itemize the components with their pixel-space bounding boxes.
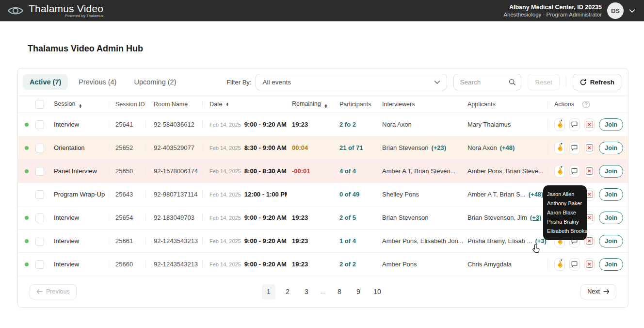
page-number[interactable]: 2 <box>281 284 294 299</box>
sessions-card: Active (7) Previous (4) Upcoming (2) Fil… <box>17 68 628 308</box>
applicants-cell: Amber A T, Brian S...(+48) <box>463 191 547 198</box>
row-checkbox[interactable] <box>35 190 44 199</box>
tab-previous[interactable]: Previous (4) <box>72 74 123 90</box>
tab-upcoming[interactable]: Upcoming (2) <box>127 74 183 90</box>
session-id: 25641 <box>109 121 145 128</box>
column-header-applicants: Applicants <box>463 101 547 108</box>
remaining-time: 00:04 <box>287 144 335 151</box>
cancel-session-button[interactable]: ✕ <box>584 118 595 131</box>
account-chevron-down-icon[interactable] <box>629 9 635 13</box>
page-number[interactable]: 3 <box>300 284 313 299</box>
column-header-session-id: Session ID <box>109 101 145 108</box>
tooltip-name: Prisha Brainy <box>547 217 583 227</box>
join-button[interactable]: Join <box>599 165 623 178</box>
session-id: 25654 <box>109 214 145 221</box>
join-button[interactable]: Join <box>599 118 623 131</box>
row-checkbox[interactable] <box>35 120 44 129</box>
spark-icon: * <box>561 259 563 264</box>
applicants-more-link-hovered[interactable]: (+3) <box>530 214 541 221</box>
actions-cell: ☝* ✕ Join <box>547 258 628 271</box>
room-name: 92-1243543213 <box>145 237 202 245</box>
session-name: Interview <box>53 214 109 221</box>
avatar[interactable]: DS <box>607 2 624 19</box>
join-button[interactable]: Join <box>599 258 623 271</box>
refresh-button[interactable]: Refresh <box>573 74 621 90</box>
table-row: Orientation 25652 92-403529077 Feb 14, 2… <box>18 136 628 160</box>
org-name: Albany Medical Center, ID 20235 <box>503 4 602 11</box>
join-button[interactable]: Join <box>599 142 623 154</box>
row-checkbox[interactable] <box>35 260 44 269</box>
raise-hand-button[interactable]: ☝* <box>554 165 565 178</box>
date-cell: Feb 14, 20259:00 - 9:20 AM <box>202 121 287 128</box>
interviewers-cell: Brian Stevenson(+23) <box>377 144 463 151</box>
help-icon[interactable]: ? <box>582 101 590 108</box>
page-number[interactable]: 8 <box>333 284 346 299</box>
session-name: Interview <box>53 121 109 128</box>
time-label: 9:00 - 9:20 AM <box>244 214 287 221</box>
column-header-date[interactable]: Date▲▼ <box>202 101 287 108</box>
applicants-more-link[interactable]: (+48) <box>500 144 515 151</box>
cancel-session-button[interactable]: ✕ <box>584 165 595 178</box>
table-row: Interview 25660 92-1243543213 Feb 14, 20… <box>18 253 628 276</box>
row-checkbox[interactable] <box>35 167 44 176</box>
search-input[interactable] <box>459 78 506 86</box>
room-name: 92-403529077 <box>145 144 202 151</box>
remaining-time: 19:23 <box>287 237 335 245</box>
events-filter-value: All events <box>262 79 291 86</box>
active-status-dot <box>25 239 29 243</box>
row-checkbox[interactable] <box>35 237 44 246</box>
time-label: 8:00 - 8:30 AM <box>244 167 287 175</box>
tooltip-name: Jason Allen <box>547 190 583 199</box>
row-checkbox[interactable] <box>35 144 44 152</box>
chat-button[interactable] <box>569 118 580 131</box>
dropdown-chevron-down-icon <box>434 80 440 84</box>
column-header-session[interactable]: Session▲▼ <box>53 100 109 108</box>
join-button[interactable]: Join <box>599 188 623 201</box>
page-number[interactable]: 10 <box>370 284 384 299</box>
interviewers-cell: Amber Pons, Elisabeth Jon... <box>377 237 463 245</box>
active-status-dot <box>25 169 29 173</box>
sort-icon[interactable]: ▲▼ <box>79 104 81 108</box>
cancel-session-button[interactable]: ✕ <box>584 142 595 154</box>
date-cell: Feb 14, 202512:00 - 1:00 PM <box>202 191 287 198</box>
page-number[interactable]: 9 <box>352 284 365 299</box>
remaining-time: 19:23 <box>287 261 335 268</box>
row-checkbox[interactable] <box>35 213 44 222</box>
spark-icon: * <box>561 166 563 171</box>
sort-icon[interactable]: ▲▼ <box>225 102 228 107</box>
raise-hand-button[interactable]: ☝* <box>554 258 565 271</box>
raise-hand-button[interactable]: ☝* <box>554 142 565 154</box>
actions-cell: ☝* ✕ Join <box>547 142 628 154</box>
refresh-icon <box>580 79 587 86</box>
chat-button[interactable] <box>569 165 580 178</box>
arrow-right-icon <box>603 289 610 294</box>
interviewers-cell: Nora Axon <box>377 121 463 128</box>
actions-cell: ☝* ✕ Join <box>547 165 628 178</box>
column-header-remaining[interactable]: Remaining▲▼ <box>287 100 335 108</box>
tab-active[interactable]: Active (7) <box>23 74 68 90</box>
chat-button[interactable] <box>569 142 580 154</box>
page-numbers: 1 2 3 ... 8 9 10 <box>262 284 384 299</box>
previous-page-button[interactable]: Previous <box>30 284 77 299</box>
applicants-more-link[interactable]: (+48) <box>529 191 544 198</box>
join-button[interactable]: Join <box>599 212 623 224</box>
interviewers-cell: Brian Stevenson <box>377 214 463 221</box>
search-icon <box>509 79 516 86</box>
eye-logo-icon <box>7 5 24 16</box>
sort-icon[interactable]: ▲▼ <box>324 104 327 108</box>
join-button[interactable]: Join <box>599 235 623 247</box>
reset-button[interactable]: Reset <box>528 74 559 90</box>
time-label: 8:30 - 9:00 AM <box>244 144 287 151</box>
chat-bubble-icon <box>571 121 578 128</box>
cancel-session-button[interactable]: ✕ <box>584 258 595 271</box>
page-number[interactable]: 1 <box>262 284 275 299</box>
applicants-cell: Mary Thalamus <box>463 121 547 128</box>
events-filter-dropdown[interactable]: All events <box>256 74 447 90</box>
select-all-checkbox[interactable] <box>35 100 44 109</box>
participants-count: 2 of 2 <box>335 261 377 268</box>
chat-button[interactable] <box>569 258 580 271</box>
raise-hand-button[interactable]: ☝* <box>554 118 565 131</box>
interviewers-more-link[interactable]: (+23) <box>431 144 446 151</box>
next-page-button[interactable]: Next <box>580 284 616 299</box>
date-cell: Feb 14, 20258:30 - 9:00 AM <box>202 144 287 151</box>
